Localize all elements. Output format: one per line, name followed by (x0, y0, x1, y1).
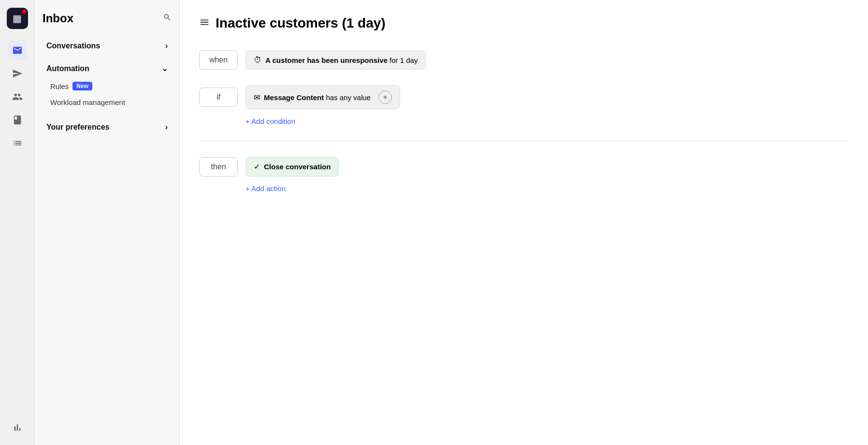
if-chip-text: Message Content has any value (264, 93, 371, 102)
if-chip[interactable]: ✉ Message Content has any value + (246, 85, 400, 109)
search-icon[interactable] (163, 13, 172, 24)
nav-icon-chart[interactable] (8, 418, 27, 437)
workload-sub-item[interactable]: Workload management (43, 94, 172, 110)
nav-icon-book[interactable] (8, 110, 27, 130)
clock-icon: ⏱ (254, 56, 261, 64)
preferences-section: Your preferences › (43, 118, 172, 136)
page-header: Inactive customers (1 day) (199, 15, 849, 31)
add-condition-button[interactable]: + Add condition (199, 117, 849, 125)
when-chip[interactable]: ⏱ A customer has been unresponsive for 1… (246, 50, 426, 70)
automation-nav-item[interactable]: Automation ⌄ (43, 59, 172, 78)
chevron-right-icon: › (165, 123, 168, 132)
chevron-right-icon: › (165, 42, 168, 50)
menu-icon[interactable] (199, 17, 210, 30)
chevron-down-icon: ⌄ (161, 64, 168, 73)
nav-icon-inbox[interactable] (8, 41, 27, 60)
then-section: then ✓ Close conversation + Add action (199, 157, 849, 193)
then-chip[interactable]: ✓ Close conversation (246, 157, 339, 177)
nav-icon-list[interactable] (8, 134, 27, 153)
chip-plus-button[interactable]: + (378, 90, 392, 104)
nav-icon-send[interactable] (8, 64, 27, 83)
app-title: Inbox (43, 12, 172, 25)
automation-section: Automation ⌄ Rules New Workload manageme… (43, 59, 172, 110)
then-chip-text: Close conversation (264, 163, 331, 171)
nav-sidebar: Inbox Conversations › Automation ⌄ Rules… (35, 0, 180, 445)
if-label: if (199, 88, 238, 107)
when-chip-text: A customer has been unresponsive for 1 d… (265, 56, 418, 64)
check-icon: ✓ (254, 162, 260, 171)
then-row: then ✓ Close conversation (199, 157, 849, 177)
then-label: then (199, 157, 238, 177)
when-section: when ⏱ A customer has been unresponsive … (199, 50, 849, 70)
section-divider (199, 141, 849, 141)
add-action-button[interactable]: + Add action (199, 184, 849, 193)
app-logo: ▦ (7, 8, 28, 29)
if-row: if ✉ Message Content has any value + (199, 85, 849, 109)
nav-icon-people[interactable] (8, 87, 27, 106)
new-badge: New (72, 82, 92, 90)
rules-sub-item[interactable]: Rules New (43, 78, 172, 94)
notification-dot (22, 10, 26, 14)
conversations-section: Conversations › (43, 37, 172, 55)
when-row: when ⏱ A customer has been unresponsive … (199, 50, 849, 70)
email-icon: ✉ (254, 93, 260, 102)
preferences-nav-item[interactable]: Your preferences › (43, 118, 172, 136)
conversations-nav-item[interactable]: Conversations › (43, 37, 172, 55)
main-content: Inactive customers (1 day) when ⏱ A cust… (180, 0, 868, 445)
page-title: Inactive customers (1 day) (216, 15, 386, 31)
when-label: when (199, 50, 238, 70)
if-section: if ✉ Message Content has any value + + A… (199, 85, 849, 125)
icon-sidebar: ▦ (0, 0, 35, 445)
